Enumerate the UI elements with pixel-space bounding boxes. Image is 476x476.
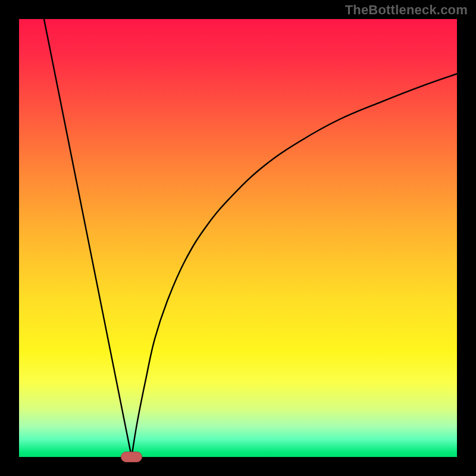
bottleneck-curve (44, 19, 457, 457)
min-marker (121, 452, 142, 462)
chart-frame: TheBottleneck.com (0, 0, 476, 476)
curve-svg (19, 19, 457, 457)
plot-area (19, 19, 457, 457)
watermark-text: TheBottleneck.com (345, 2, 468, 18)
